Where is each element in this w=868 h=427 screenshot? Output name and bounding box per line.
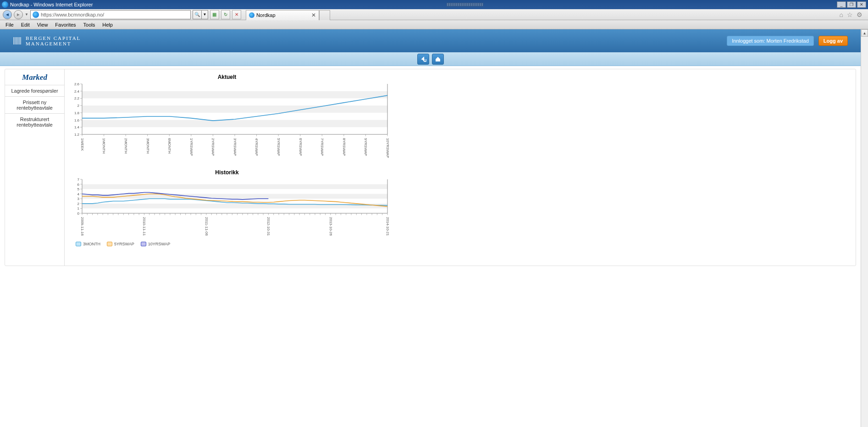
svg-text:3YRSWAP: 3YRSWAP: [233, 138, 237, 156]
logged-in-user-label: Innlogget som: Morten Fredrikstad: [727, 36, 814, 46]
chart-aktuelt: Aktuelt 1.21.41.61.822.22.42.61WEEK1MONT…: [71, 74, 849, 160]
svg-text:3MONTH: 3MONTH: [146, 138, 150, 154]
home-icon[interactable]: ⌂: [840, 11, 843, 18]
svg-text:1.4: 1.4: [74, 125, 80, 129]
legend-swatch-icon: [76, 242, 81, 246]
chart-historikk: Historikk 012345672009-11-162010-11-1120…: [71, 169, 849, 246]
svg-text:2009-11-16: 2009-11-16: [80, 217, 84, 236]
legend-item-3month[interactable]: 3MONTH: [76, 242, 100, 246]
svg-text:2013-10-26: 2013-10-26: [329, 217, 333, 236]
svg-text:2014-10-21: 2014-10-21: [386, 217, 390, 236]
search-dropdown-button[interactable]: ▼: [202, 10, 208, 19]
svg-text:2.6: 2.6: [74, 82, 80, 86]
menu-file[interactable]: File: [2, 21, 17, 28]
brand-line1: BERGEN CAPITAL: [26, 35, 81, 41]
legend-swatch-icon: [141, 242, 146, 246]
svg-text:0: 0: [77, 211, 80, 216]
subbar-back-button[interactable]: [417, 54, 429, 65]
chart-legend: 3MONTH 5YRSWAP 10YRSWAP: [76, 242, 849, 246]
search-button[interactable]: 🔍: [193, 10, 202, 19]
svg-text:1.8: 1.8: [74, 111, 80, 115]
sidebar: Marked Lagrede forespørsler Prissett ny …: [5, 69, 65, 266]
svg-text:9YRSWAP: 9YRSWAP: [364, 138, 368, 156]
svg-text:1MONTH: 1MONTH: [102, 138, 106, 154]
tab-favicon-icon: [249, 12, 254, 18]
nav-back-button[interactable]: ◄: [3, 10, 12, 19]
svg-text:1: 1: [77, 206, 80, 211]
refresh-button[interactable]: ↻: [221, 10, 230, 19]
svg-text:5: 5: [77, 187, 80, 191]
svg-text:2010-11-11: 2010-11-11: [142, 217, 146, 236]
main-content: Aktuelt 1.21.41.61.822.22.42.61WEEK1MONT…: [65, 69, 856, 266]
nav-forward-button[interactable]: ►: [14, 10, 23, 19]
window-titlebar: Nordkap - Windows Internet Explorer _ ❐ …: [0, 0, 868, 9]
tab-strip: Nordkap ✕: [246, 9, 330, 20]
chart-historikk-title: Historikk: [71, 169, 383, 176]
window-maximize-button[interactable]: ❐: [847, 1, 856, 8]
svg-text:1.6: 1.6: [74, 118, 80, 122]
site-favicon-icon: [33, 11, 39, 18]
menu-tools[interactable]: Tools: [80, 21, 99, 28]
svg-text:7: 7: [77, 177, 80, 182]
svg-rect-59: [82, 194, 387, 199]
svg-text:1YRSWAP: 1YRSWAP: [189, 138, 194, 156]
browser-tab-active[interactable]: Nordkap ✕: [246, 10, 319, 20]
stop-button[interactable]: ✕: [232, 10, 241, 19]
logout-button[interactable]: Logg av: [818, 36, 848, 46]
svg-text:2.2: 2.2: [74, 96, 80, 100]
window-minimize-button[interactable]: _: [837, 1, 846, 8]
new-tab-button[interactable]: [319, 10, 330, 20]
page-viewport: BERGEN CAPITAL MANAGEMENT Innlogget som:…: [0, 29, 868, 427]
app-subbar: [0, 52, 861, 66]
sidebar-item-restructured[interactable]: Restrukturert rentebytteavtale: [5, 113, 64, 130]
legend-item-5yrswap[interactable]: 5YRSWAP: [107, 242, 134, 246]
tab-label: Nordkap: [256, 12, 276, 18]
svg-rect-8: [82, 91, 387, 99]
sidebar-item-saved-queries[interactable]: Lagrede forespørsler: [5, 85, 64, 96]
window-title: Nordkap - Windows Internet Explorer: [10, 2, 93, 7]
chart-aktuelt-title: Aktuelt: [71, 74, 383, 80]
browser-toolbar: ◄ ► ▼ 🔍 ▼ ▦ ↻ ✕ Nordkap ✕ ⌂ ☆ ⚙: [0, 9, 868, 20]
svg-rect-7: [82, 105, 387, 113]
brand-logo-icon: [13, 36, 22, 45]
compat-view-button[interactable]: ▦: [210, 10, 219, 19]
svg-text:2MONTH: 2MONTH: [124, 138, 128, 154]
svg-text:2.4: 2.4: [74, 89, 80, 94]
svg-text:4: 4: [77, 192, 80, 196]
svg-rect-60: [82, 184, 387, 189]
tab-close-button[interactable]: ✕: [311, 12, 316, 18]
favorites-icon[interactable]: ☆: [847, 11, 853, 18]
svg-text:2: 2: [77, 202, 80, 206]
window-close-button[interactable]: ✕: [857, 1, 866, 8]
svg-text:6: 6: [77, 183, 80, 187]
subbar-home-button[interactable]: [432, 54, 444, 65]
svg-text:8YRSWAP: 8YRSWAP: [342, 138, 346, 156]
scroll-up-button[interactable]: ▲: [861, 29, 868, 37]
page-scrollbar[interactable]: ▲: [861, 29, 868, 427]
legend-item-10yrswap[interactable]: 10YRSWAP: [141, 242, 171, 246]
tools-gear-icon[interactable]: ⚙: [857, 11, 862, 18]
menu-edit[interactable]: Edit: [17, 21, 33, 28]
address-input[interactable]: [41, 12, 188, 17]
menu-view[interactable]: View: [33, 21, 52, 28]
address-bar[interactable]: [30, 10, 191, 19]
browser-menubar: File Edit View Favorites Tools Help: [0, 20, 868, 29]
svg-text:2: 2: [77, 104, 80, 108]
nav-dropdown-icon[interactable]: ▼: [25, 12, 28, 17]
menu-help[interactable]: Help: [99, 21, 116, 28]
svg-text:5YRSWAP: 5YRSWAP: [276, 138, 281, 156]
svg-text:10YRSWAP: 10YRSWAP: [386, 138, 390, 158]
chart-historikk-svg: 012345672009-11-162010-11-112011-11-0620…: [71, 177, 392, 237]
sidebar-title: Marked: [5, 69, 64, 85]
svg-text:1.2: 1.2: [74, 133, 80, 137]
brand-line2: MANAGEMENT: [26, 41, 81, 46]
svg-rect-6: [82, 120, 387, 128]
sidebar-item-price-new-swap[interactable]: Prissett ny rentebytteavtale: [5, 96, 64, 113]
titlebar-grip-icon: [447, 3, 483, 6]
ie-logo-icon: [2, 1, 8, 8]
menu-favorites[interactable]: Favorites: [51, 21, 79, 28]
svg-text:6YRSWAP: 6YRSWAP: [299, 138, 303, 156]
svg-text:2011-11-06: 2011-11-06: [205, 217, 209, 236]
svg-text:2012-10-31: 2012-10-31: [266, 217, 271, 236]
brand-block: BERGEN CAPITAL MANAGEMENT: [13, 35, 81, 46]
